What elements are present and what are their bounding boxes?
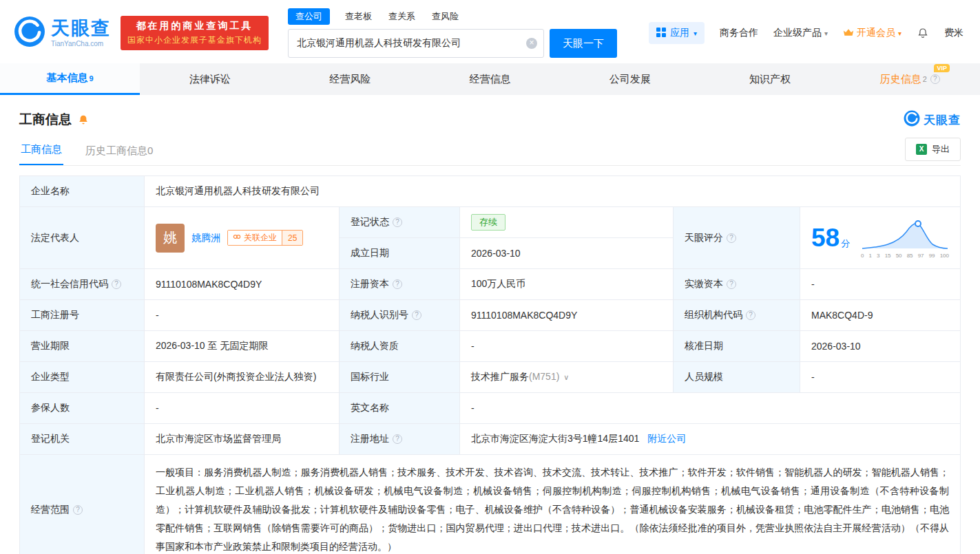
- menu-vip-label: 开通会员: [857, 27, 895, 39]
- nearby-companies-link[interactable]: 附近公司: [647, 433, 686, 444]
- tianyancha-logo[interactable]: 天眼查 TianYanCha.com: [14, 16, 111, 50]
- tab-operating-info[interactable]: 经营信息: [420, 63, 560, 95]
- label-registration-number: 工商注册号: [20, 300, 145, 331]
- label-english-name: 英文名称: [340, 393, 460, 424]
- subscribe-bell-icon[interactable]: [77, 114, 90, 126]
- help-icon[interactable]: ?: [727, 279, 736, 289]
- value-registration-status: 存续: [460, 207, 674, 238]
- help-icon[interactable]: ?: [112, 279, 121, 289]
- tab-operating-risk[interactable]: 经营风险: [280, 63, 420, 95]
- label-taxpayer-id: 纳税人识别号?: [340, 300, 460, 331]
- help-icon[interactable]: ?: [393, 279, 402, 289]
- watermark-brand: 天眼查: [904, 110, 961, 129]
- link-icon: [233, 233, 241, 243]
- label-approval-date: 核准日期: [674, 331, 800, 362]
- help-icon[interactable]: ?: [393, 217, 402, 227]
- brand-logo-icon: [904, 110, 920, 129]
- label-organization-code: 组织机构代码?: [674, 300, 800, 331]
- label-taxpayer-quality: 纳税人资质: [340, 331, 460, 362]
- search-tab-risk[interactable]: 查风险: [430, 9, 460, 24]
- avatar[interactable]: 姚: [156, 224, 185, 253]
- apps-menu-label: 应用: [670, 27, 689, 39]
- search-tab-company[interactable]: 查公司: [288, 8, 330, 25]
- tab-basic-info[interactable]: 基本信息 9: [0, 63, 140, 95]
- menu-enterprise-label: 企业级产品: [773, 27, 822, 39]
- search-button[interactable]: 天眼一下: [550, 29, 617, 58]
- table-row: 法定代表人 姚 姚腾洲: [20, 207, 961, 238]
- subtab-history-business-info[interactable]: 历史工商信息0: [84, 138, 154, 165]
- help-icon[interactable]: ?: [746, 310, 755, 320]
- top-menu: 应用 ▾ 商务合作 企业级产品 ▾ 开通会员 ▾ 费米: [649, 22, 963, 44]
- page: 天眼查 TianYanCha.com 都在用的商业查询工具 国家中小企业发展子基…: [0, 0, 980, 554]
- menu-open-vip[interactable]: 开通会员 ▾: [843, 27, 901, 39]
- score-value: 58: [811, 224, 840, 252]
- logo-domain: TianYanCha.com: [51, 40, 111, 47]
- value-company-type: 有限责任公司(外商投资企业法人独资): [145, 362, 340, 393]
- search-tab-relation[interactable]: 查关系: [387, 9, 417, 24]
- value-business-term: 2026-03-10 至 无固定期限: [145, 331, 340, 362]
- menu-cooperation[interactable]: 商务合作: [720, 27, 758, 39]
- apps-menu[interactable]: 应用 ▾: [649, 22, 705, 44]
- clear-search-icon[interactable]: ×: [526, 38, 537, 49]
- label-registration-authority: 登记机关: [20, 424, 145, 455]
- value-company-name: 北京银河通用机器人科技研发有限公司: [145, 176, 961, 207]
- value-business-scope: 一般项目：服务消费机器人制造；服务消费机器人销售；技术服务、技术开发、技术咨询、…: [145, 455, 961, 554]
- value-taxpayer-id: 91110108MAK8CQ4D9Y: [460, 300, 674, 331]
- score-axis-labels: 0131550859799100: [861, 253, 949, 259]
- search-tabs: 查公司 查老板 查关系 查风险: [288, 8, 617, 25]
- industry-code: (M751): [529, 371, 559, 382]
- score-distribution-chart: 0131550859799100: [861, 217, 949, 259]
- banner-line2: 国家中小企业发展子基金旗下机构: [127, 34, 262, 46]
- label-tianyan-score: 天眼评分 ?: [674, 207, 800, 269]
- chevron-down-icon: ▾: [824, 30, 828, 37]
- logo-icon: [14, 16, 45, 50]
- tab-label: 知识产权: [749, 73, 791, 86]
- tab-label: 法律诉讼: [189, 73, 231, 86]
- tab-legal-proceedings[interactable]: 法律诉讼: [140, 63, 280, 95]
- table-row: 企业类型 有限责任公司(外商投资企业法人独资) 国标行业 技术推广服务(M751…: [20, 362, 961, 393]
- subtabs: 工商信息 历史工商信息0 X 导出: [19, 136, 961, 166]
- related-companies-badge[interactable]: 关联企业 25: [227, 230, 303, 246]
- notification-bell-icon[interactable]: [917, 27, 929, 39]
- export-button[interactable]: X 导出: [905, 138, 961, 161]
- tab-company-development[interactable]: 公司发展: [560, 63, 700, 95]
- tab-label: 历史信息: [880, 73, 921, 86]
- help-icon[interactable]: ?: [930, 74, 940, 84]
- label-paid-capital: 实缴资本?: [674, 269, 800, 300]
- menu-enterprise-products[interactable]: 企业级产品 ▾: [773, 27, 828, 39]
- table-row: 统一社会信用代码? 91110108MAK8CQ4D9Y 注册资本? 100万人…: [20, 269, 961, 300]
- subtab-business-info[interactable]: 工商信息: [19, 136, 63, 165]
- value-credit-code: 91110108MAK8CQ4D9Y: [145, 269, 340, 300]
- label-credit-code: 统一社会信用代码?: [20, 269, 145, 300]
- help-icon[interactable]: ?: [412, 310, 421, 320]
- value-registration-authority: 北京市海淀区市场监督管理局: [145, 424, 340, 455]
- search-tab-boss[interactable]: 查老板: [344, 9, 373, 24]
- search-box: ×: [288, 29, 544, 58]
- label-business-scope: 经营范围?: [20, 455, 145, 554]
- tab-intellectual-property[interactable]: 知识产权: [700, 63, 840, 95]
- value-registration-number: -: [145, 300, 340, 331]
- logo-text: 天眼查: [51, 19, 111, 38]
- help-icon[interactable]: ?: [727, 233, 736, 243]
- label-business-term: 营业期限: [20, 331, 145, 362]
- search-area: 查公司 查老板 查关系 查风险 × 天眼一下: [288, 8, 617, 58]
- value-tianyan-score: 58分 0131550859799100: [800, 207, 961, 269]
- help-icon[interactable]: ?: [393, 434, 402, 444]
- search-input[interactable]: [288, 29, 544, 58]
- promo-banner: 都在用的商业查询工具 国家中小企业发展子基金旗下机构: [121, 16, 269, 50]
- legal-rep-name-link[interactable]: 姚腾洲: [191, 232, 220, 244]
- table-row: 登记机关 北京市海淀区市场监督管理局 注册地址? 北京市海淀区海淀大街3号1幢1…: [20, 424, 961, 455]
- table-row: 营业期限 2026-03-10 至 无固定期限 纳税人资质 - 核准日期 202…: [20, 331, 961, 362]
- label-registered-capital: 注册资本?: [340, 269, 460, 300]
- tab-history-info[interactable]: 历史信息 2 VIP ?: [840, 63, 980, 95]
- company-nav-tabs: 基本信息 9 法律诉讼 经营风险 经营信息 公司发展 知识产权 历史信息 2 V…: [0, 63, 980, 95]
- chevron-down-icon[interactable]: ∨: [563, 373, 569, 381]
- label-registration-status: 登记状态 ?: [340, 207, 460, 238]
- chevron-down-icon: ▾: [898, 30, 901, 37]
- username[interactable]: 费米: [944, 27, 963, 39]
- value-taxpayer-quality: -: [460, 331, 674, 362]
- industry-name: 技术推广服务: [471, 371, 529, 382]
- vip-badge: VIP: [934, 64, 950, 72]
- address-text: 北京市海淀区海淀大街3号1幢14层1401: [471, 433, 639, 444]
- help-icon[interactable]: ?: [73, 505, 83, 515]
